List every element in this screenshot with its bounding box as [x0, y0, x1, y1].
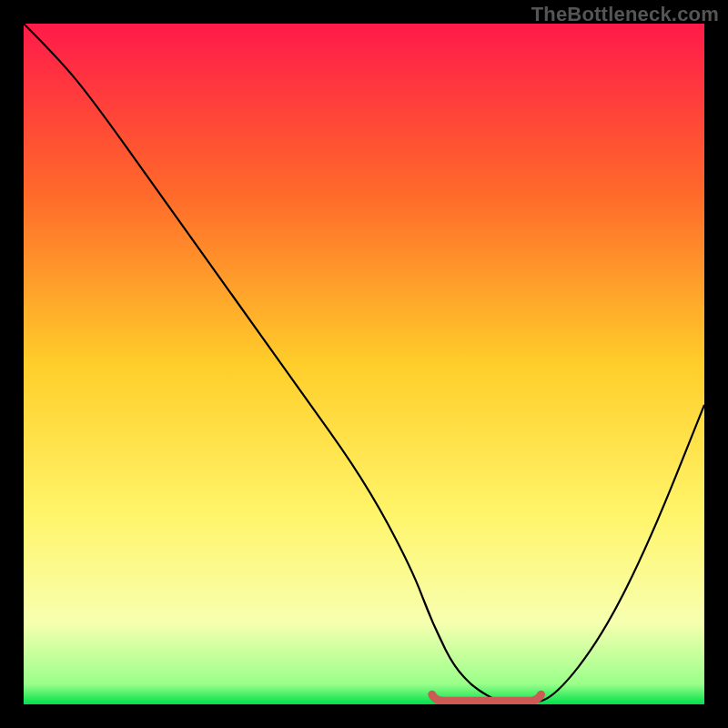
- chart-svg: [24, 24, 704, 704]
- gradient-background: [24, 24, 704, 704]
- chart-frame: TheBottleneck.com: [0, 0, 728, 728]
- watermark-label: TheBottleneck.com: [531, 3, 719, 26]
- plot-area: [24, 24, 704, 704]
